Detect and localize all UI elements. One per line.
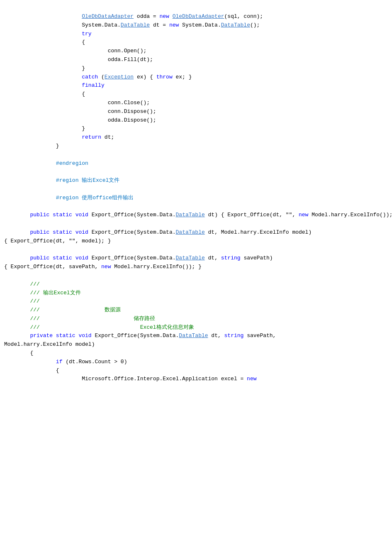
code-line: #endregion <box>0 159 392 168</box>
code-token: (sql, conn); <box>224 13 263 20</box>
code-token: /// <box>30 298 39 304</box>
code-line: System.Data.DataTable dt = new System.Da… <box>0 21 392 30</box>
code-token: static <box>56 333 75 339</box>
code-line: } <box>0 125 392 133</box>
code-token: dt; <box>101 134 114 140</box>
code-token: { Export_Office(dt, savePath, <box>4 264 101 270</box>
code-token <box>49 229 53 235</box>
code-token: #region <box>56 195 79 201</box>
code-token: finally <box>82 82 105 88</box>
code-token: string <box>224 333 244 339</box>
code-token: string <box>221 255 241 261</box>
code-token: savePath, <box>243 333 276 339</box>
code-token: System.Data. <box>179 22 221 28</box>
code-line: Model.harry.ExcelInfo model) <box>0 340 392 349</box>
code-token <box>53 333 56 339</box>
code-token: DataTable <box>121 22 150 28</box>
code-token: } <box>82 125 85 132</box>
code-token: /// <box>30 307 39 313</box>
code-token: 数据源 <box>40 307 121 313</box>
code-token: Excel格式化信息对象 <box>40 324 194 330</box>
code-token: new <box>299 212 308 218</box>
code-line: { <box>0 38 392 47</box>
code-token <box>72 229 75 235</box>
code-token: ex; } <box>173 74 192 80</box>
code-token: DataTable <box>179 333 208 339</box>
code-token: 储存路径 <box>40 315 155 322</box>
code-line: odda.Dispose(); <box>0 116 392 125</box>
code-line: { Export_Office(dt, "", model); } <box>0 237 392 246</box>
code-token: { Export_Office(dt, "", model); } <box>4 238 111 244</box>
code-token: { <box>30 350 33 356</box>
code-editor: OleDbDataAdapter odda = new OleDbDataAda… <box>0 8 392 555</box>
code-token: /// <box>30 281 39 287</box>
code-line: /// 储存路径 <box>0 315 392 323</box>
code-token: Export_Office(System.Data. <box>88 212 176 218</box>
code-line <box>0 168 392 176</box>
code-line: { <box>0 367 392 375</box>
code-token: odda.Dispose(); <box>108 117 156 123</box>
code-token: conn.Open(); <box>108 48 147 54</box>
code-token: dt) { Export_Office(dt, "", <box>205 212 299 218</box>
code-token: DataTable <box>176 255 205 261</box>
code-token <box>72 212 75 218</box>
code-token: odda.Fill(dt); <box>108 56 153 63</box>
code-token: throw <box>156 74 173 80</box>
code-token: try <box>82 31 91 37</box>
code-token: ex) { <box>134 74 156 80</box>
code-token <box>169 13 173 20</box>
code-line: /// Excel格式化信息对象 <box>0 323 392 332</box>
code-line: #region 输出Excel文件 <box>0 176 392 185</box>
code-token: DataTable <box>176 229 205 235</box>
code-token: DataTable <box>176 212 205 218</box>
code-token: public <box>30 229 49 235</box>
code-token: Export_Office(System.Data. <box>88 255 176 261</box>
code-token: OleDbDataAdapter <box>173 13 224 20</box>
code-line: /// <box>0 280 392 289</box>
code-line: if (dt.Rows.Count > 0) <box>0 358 392 367</box>
code-token: 输出Excel文件 <box>78 177 119 183</box>
code-token: /// 输出Excel文件 <box>30 290 80 296</box>
code-token: void <box>75 212 88 218</box>
code-token: Model.harry.ExcelInfo()); } <box>111 264 201 270</box>
code-token: (); <box>250 22 260 28</box>
code-line: /// <box>0 297 392 306</box>
code-line <box>0 220 392 228</box>
code-token: private <box>30 333 53 339</box>
code-token: dt = <box>150 22 169 28</box>
code-token: static <box>53 229 72 235</box>
code-token: dt, <box>205 255 221 261</box>
code-line: } <box>0 64 392 73</box>
code-token: Export_Office(System.Data. <box>88 229 176 235</box>
code-token: public <box>30 255 49 261</box>
code-token: { <box>56 367 59 374</box>
code-token: static <box>53 255 72 261</box>
code-line <box>0 203 392 211</box>
code-token: static <box>53 212 72 218</box>
code-token: odda = <box>134 13 159 20</box>
code-token: void <box>75 255 88 261</box>
code-token <box>72 255 75 261</box>
code-token: conn.Close(); <box>108 100 150 106</box>
code-line <box>0 246 392 254</box>
code-line: try <box>0 30 392 39</box>
code-line: finally <box>0 81 392 90</box>
code-token: Model.harry.ExcelInfo model) <box>4 341 95 347</box>
code-token: new <box>101 264 111 270</box>
code-token: /// <box>30 315 39 322</box>
code-line: { <box>0 90 392 99</box>
code-line: /// 数据源 <box>0 306 392 315</box>
code-token: void <box>75 229 88 235</box>
code-token: Export_Office(System.Data. <box>92 333 179 339</box>
code-line: conn.Dispose(); <box>0 108 392 116</box>
code-token: new <box>159 13 169 20</box>
code-token: ( <box>98 74 105 80</box>
code-token: Exception <box>105 74 134 80</box>
code-line: /// 输出Excel文件 <box>0 289 392 298</box>
code-token: /// <box>30 324 39 330</box>
code-line: conn.Open(); <box>0 47 392 56</box>
code-line <box>0 185 392 194</box>
code-line: } <box>0 142 392 151</box>
code-token: new <box>247 376 256 382</box>
code-token: #region <box>56 177 79 183</box>
